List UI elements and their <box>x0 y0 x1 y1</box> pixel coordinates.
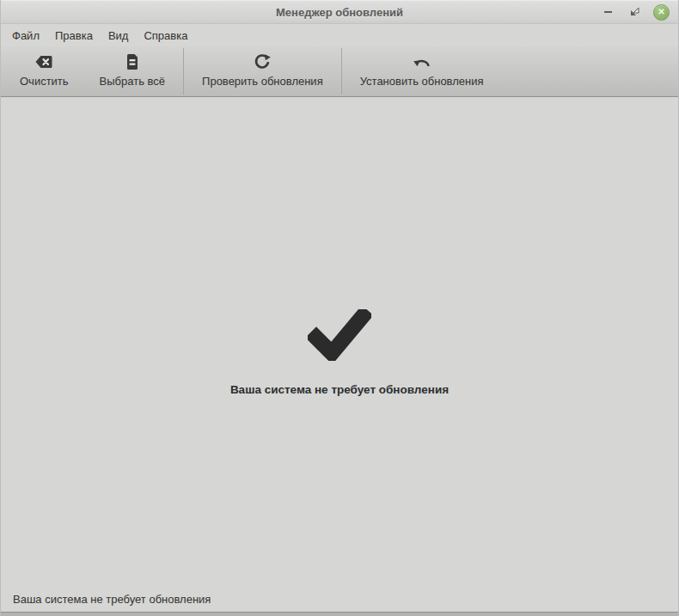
statusbar-text: Ваша система не требует обновления <box>13 593 211 606</box>
main-message: Ваша система не требует обновления <box>230 383 449 396</box>
close-icon: ✕ <box>658 8 664 16</box>
check-updates-button-label: Проверить обновления <box>202 75 323 88</box>
toolbar: Очистить Выбрать всё Проверить обновлени… <box>1 46 678 97</box>
refresh-icon <box>254 53 271 70</box>
install-icon <box>413 53 431 70</box>
toolbar-separator <box>341 48 342 95</box>
install-updates-button[interactable]: Установить обновления <box>345 46 499 96</box>
maximize-button[interactable] <box>627 4 642 20</box>
clear-icon <box>34 53 53 70</box>
close-button[interactable]: ✕ <box>653 4 670 21</box>
menu-help[interactable]: Справка <box>136 26 195 46</box>
check-updates-button[interactable]: Проверить обновления <box>187 46 339 96</box>
menu-view[interactable]: Вид <box>101 26 137 46</box>
select-all-button-label: Выбрать всё <box>100 75 165 88</box>
clear-button-label: Очистить <box>20 75 69 88</box>
checkmark-icon <box>308 309 371 361</box>
window-controls: ✕ <box>600 1 670 23</box>
menubar: Файл Правка Вид Справка <box>1 24 678 46</box>
install-updates-button-label: Установить обновления <box>360 75 484 88</box>
select-all-icon <box>125 53 139 70</box>
menu-edit[interactable]: Правка <box>47 26 101 46</box>
maximize-icon <box>630 6 639 19</box>
statusbar: Ваша система не требует обновления <box>1 587 678 612</box>
minimize-button[interactable] <box>600 4 615 20</box>
up-to-date-status: Ваша система не требует обновления <box>230 309 449 396</box>
window-title: Менеджер обновлений <box>276 6 403 19</box>
main-area: Ваша система не требует обновления <box>1 97 678 587</box>
window-bottom-edge <box>1 612 678 616</box>
update-manager-window: Менеджер обновлений ✕ Файл Правка Вид С <box>0 0 679 616</box>
menu-file[interactable]: Файл <box>4 26 47 46</box>
toolbar-separator <box>183 48 184 95</box>
minimize-icon <box>604 11 612 13</box>
clear-button[interactable]: Очистить <box>4 46 84 96</box>
titlebar[interactable]: Менеджер обновлений ✕ <box>1 0 678 24</box>
select-all-button[interactable]: Выбрать всё <box>84 46 180 96</box>
